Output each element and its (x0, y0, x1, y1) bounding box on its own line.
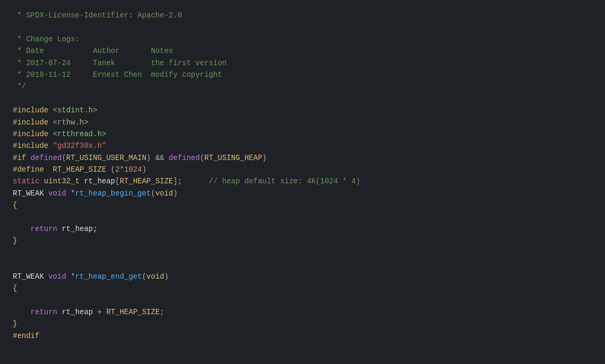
line-6: * 2018-11-12 Ernest Chen modify copyrigh… (13, 69, 592, 81)
line-17: { (13, 199, 592, 211)
line-3: * Change Logs: (13, 33, 592, 45)
line-8 (13, 93, 592, 104)
line-23: RT_WEAK void *rt_heap_end_get(void) (13, 271, 592, 282)
line-22 (13, 259, 592, 270)
line-4: * Date Author Notes (13, 45, 592, 57)
line-1: * SPDX-License-Identifier: Apache-2.0 (13, 10, 592, 21)
line-27: } (13, 318, 592, 330)
line-15: static uint32_t rt_heap[RT_HEAP_SIZE]; /… (13, 175, 592, 187)
code-editor: * SPDX-License-Identifier: Apache-2.0 * … (0, 0, 605, 364)
line-5: * 2017-07-24 Tanek the first version (13, 57, 592, 69)
line-2 (13, 21, 592, 33)
line-9: #include <stdint.h> (13, 104, 592, 116)
line-21 (13, 247, 592, 259)
line-7: */ (13, 81, 592, 92)
line-25 (13, 294, 592, 306)
line-10: #include <rthw.h> (13, 117, 592, 128)
line-26: return rt_heap + RT_HEAP_SIZE; (13, 306, 592, 318)
line-11: #include <rtthread.h> (13, 128, 592, 140)
line-16: RT_WEAK void *rt_heap_begin_get(void) (13, 188, 592, 199)
line-28: #endif (13, 330, 592, 342)
line-20: } (13, 235, 592, 246)
line-13: #if defined(RT_USING_USER_MAIN) && defin… (13, 152, 592, 164)
line-24: { (13, 282, 592, 294)
line-19: return rt_heap; (13, 223, 592, 235)
line-12: #include "gd32f30x.h" (13, 140, 592, 152)
line-18 (13, 211, 592, 223)
line-14: #define RT_HEAP_SIZE (2*1024) (13, 164, 592, 175)
